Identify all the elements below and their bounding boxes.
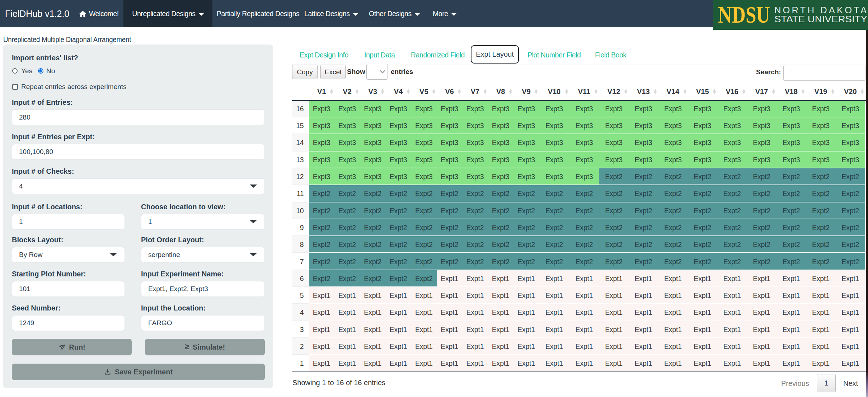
svg-text:NDSU: NDSU [718,1,770,28]
svg-text:STATE UNIVERSITY: STATE UNIVERSITY [774,14,867,24]
